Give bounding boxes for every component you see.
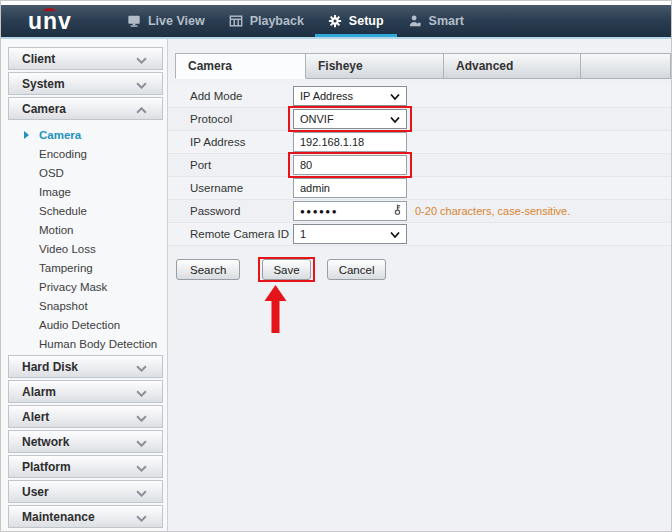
sidebar-item-schedule[interactable]: Schedule	[8, 201, 163, 220]
save-button[interactable]: Save	[262, 259, 310, 280]
section-label: Network	[22, 435, 69, 449]
submenu-label: Snapshot	[39, 300, 88, 312]
sidebar-section-platform[interactable]: Platform	[8, 455, 163, 478]
chevron-down-icon	[136, 433, 147, 451]
tab-fisheye[interactable]: Fisheye	[306, 53, 444, 79]
submenu-label: Privacy Mask	[39, 281, 107, 293]
chevron-down-icon	[136, 358, 147, 376]
monitor-icon	[127, 14, 141, 28]
tab-strip-filler	[581, 53, 671, 79]
key-icon	[393, 202, 402, 220]
form-row-port: Port	[168, 154, 671, 177]
nav-label: Playback	[250, 14, 304, 28]
port-input[interactable]	[293, 155, 407, 175]
sidebar-item-video-loss[interactable]: Video Loss	[8, 239, 163, 258]
camera-form: Add Mode IP Address Protocol ONVIF	[168, 85, 671, 280]
submenu-label: Motion	[39, 224, 74, 236]
field-label: Password	[190, 205, 293, 217]
tab-bar: Camera Fisheye Advanced	[168, 53, 671, 79]
caret-down-icon	[390, 113, 400, 125]
form-row-add-mode: Add Mode IP Address	[168, 85, 671, 108]
form-row-remote-camera-id: Remote Camera ID 1	[168, 223, 671, 246]
sidebar-item-image[interactable]: Image	[8, 182, 163, 201]
add-mode-select[interactable]: IP Address	[293, 86, 407, 106]
tab-advanced[interactable]: Advanced	[444, 53, 581, 79]
submenu-label: Tampering	[39, 262, 93, 274]
nav-item-live-view[interactable]: Live View	[127, 5, 205, 37]
section-label: Hard Disk	[22, 360, 78, 374]
tab-camera[interactable]: Camera	[175, 53, 306, 79]
field-label: Username	[190, 182, 293, 194]
playback-grid-icon	[229, 14, 243, 28]
app-window: unv Live View Playback Setup	[0, 0, 672, 532]
sidebar-item-human-body-detection[interactable]: Human Body Detection	[8, 334, 163, 353]
form-row-username: Username	[168, 177, 671, 200]
section-label: Platform	[22, 460, 71, 474]
chevron-down-icon	[136, 458, 147, 476]
section-label: User	[22, 485, 49, 499]
sidebar-section-user[interactable]: User	[8, 480, 163, 503]
sidebar-section-network[interactable]: Network	[8, 430, 163, 453]
sidebar-item-motion[interactable]: Motion	[8, 220, 163, 239]
form-row-password: Password ●●●●●● 0-20 characters, case-se…	[168, 200, 671, 223]
submenu-label: Schedule	[39, 205, 87, 217]
sidebar-item-camera[interactable]: Camera	[8, 125, 163, 144]
submenu-label: Video Loss	[39, 243, 96, 255]
sidebar-item-privacy-mask[interactable]: Privacy Mask	[8, 277, 163, 296]
field-label: Add Mode	[190, 90, 293, 102]
sidebar-section-camera[interactable]: Camera	[8, 97, 163, 120]
select-value: IP Address	[300, 90, 353, 102]
nav-label: Setup	[349, 14, 384, 28]
protocol-select[interactable]: ONVIF	[293, 109, 407, 129]
sidebar-section-system[interactable]: System	[8, 72, 163, 95]
port-red-highlight	[293, 155, 407, 175]
ip-address-input[interactable]	[293, 132, 407, 152]
section-label: Client	[22, 52, 55, 66]
remote-camera-id-select[interactable]: 1	[293, 224, 407, 244]
submenu-label: Camera	[39, 129, 81, 141]
sidebar-item-audio-detection[interactable]: Audio Detection	[8, 315, 163, 334]
form-row-ip-address: IP Address	[168, 131, 671, 154]
section-label: Alarm	[22, 385, 56, 399]
chevron-down-icon	[136, 75, 147, 93]
form-buttons: Search Save Cancel	[168, 259, 671, 280]
sidebar-section-alarm[interactable]: Alarm	[8, 380, 163, 403]
submenu-label: OSD	[39, 167, 64, 179]
password-input[interactable]: ●●●●●●	[293, 201, 407, 221]
section-label: Camera	[22, 102, 66, 116]
sidebar-item-snapshot[interactable]: Snapshot	[8, 296, 163, 315]
submenu-label: Human Body Detection	[39, 338, 157, 350]
gear-icon	[328, 14, 342, 28]
unv-logo: unv	[28, 5, 72, 37]
cancel-button[interactable]: Cancel	[327, 259, 387, 280]
sidebar-section-hard-disk[interactable]: Hard Disk	[8, 355, 163, 378]
sidebar-section-client[interactable]: Client	[8, 47, 163, 70]
protocol-red-highlight: ONVIF	[293, 109, 407, 129]
nav-item-setup[interactable]: Setup	[328, 5, 384, 37]
chevron-down-icon	[136, 383, 147, 401]
section-label: Alert	[22, 410, 49, 424]
chevron-down-icon	[136, 483, 147, 501]
password-dots: ●●●●●●	[300, 207, 338, 216]
nav-item-smart[interactable]: Smart	[408, 5, 464, 37]
nav-label: Live View	[148, 14, 205, 28]
submenu-label: Encoding	[39, 148, 87, 160]
select-value: ONVIF	[300, 113, 334, 125]
sidebar-item-osd[interactable]: OSD	[8, 163, 163, 182]
sidebar-item-tampering[interactable]: Tampering	[8, 258, 163, 277]
field-label: Remote Camera ID	[190, 228, 293, 240]
top-nav: unv Live View Playback Setup	[1, 5, 671, 39]
chevron-up-icon	[136, 100, 147, 118]
nav-item-playback[interactable]: Playback	[229, 5, 304, 37]
search-button[interactable]: Search	[176, 259, 240, 280]
content-area: Camera Fisheye Advanced Add Mode IP Addr…	[168, 39, 671, 531]
field-label: IP Address	[190, 136, 293, 148]
sidebar-section-maintenance[interactable]: Maintenance	[8, 505, 163, 528]
username-input[interactable]	[293, 178, 407, 198]
logo-red-arc	[43, 8, 56, 15]
sidebar-item-encoding[interactable]: Encoding	[8, 144, 163, 163]
sidebar-section-alert[interactable]: Alert	[8, 405, 163, 428]
field-label: Port	[190, 159, 293, 171]
section-label: Maintenance	[22, 510, 95, 524]
chevron-down-icon	[136, 50, 147, 68]
